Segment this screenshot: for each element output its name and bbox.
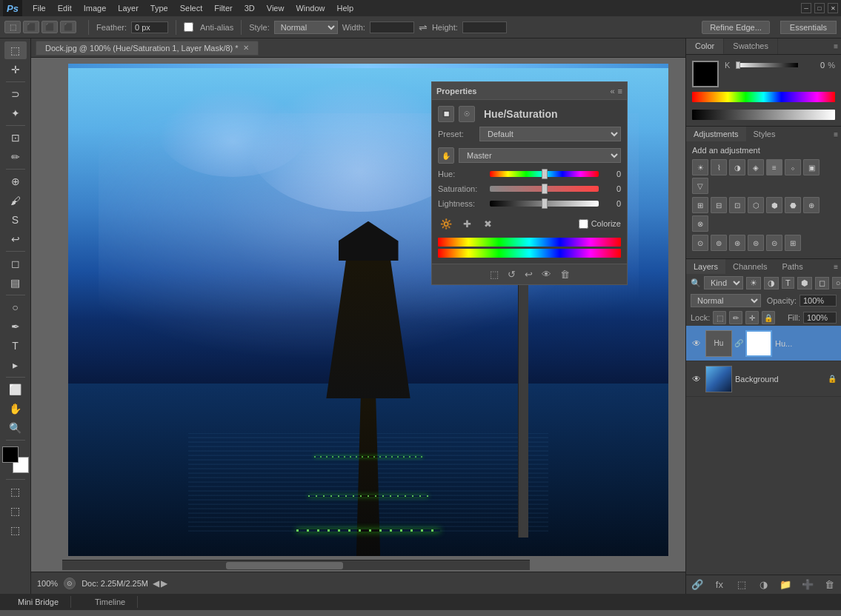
adj-curves[interactable]: ⌇	[711, 159, 727, 175]
hue-slider-container[interactable]	[490, 171, 599, 177]
tool-lasso[interactable]: ⊃	[4, 85, 27, 103]
tool-move[interactable]: ✛	[4, 61, 27, 78]
tool-gradient[interactable]: ▤	[4, 274, 27, 292]
adj-panel-menu[interactable]: ≡	[831, 127, 841, 141]
timeline-tab[interactable]: Timeline	[83, 596, 138, 608]
colorize-checkbox[interactable]	[579, 219, 588, 229]
refine-edge-btn[interactable]: Refine Edge...	[702, 21, 770, 34]
k-thumb[interactable]	[736, 61, 740, 69]
toggle-visibility-btn[interactable]: 👁	[542, 269, 551, 280]
adj-gradient-map[interactable]: ⬣	[785, 197, 801, 213]
tool-brush[interactable]: 🖌	[4, 192, 27, 210]
anti-alias-checkbox[interactable]	[184, 22, 193, 32]
adj-extra3[interactable]: ⊛	[729, 235, 745, 251]
sat-slider-container[interactable]	[490, 186, 599, 192]
tool-eyedropper[interactable]: ✏	[4, 148, 27, 166]
new-group-btn[interactable]: 📁	[779, 578, 792, 592]
menu-select[interactable]: Select	[174, 2, 209, 14]
layers-panel-menu[interactable]: ≡	[831, 259, 841, 274]
fill-input[interactable]	[803, 312, 837, 324]
layer-item-background[interactable]: 👁 Background 🔒	[686, 361, 841, 397]
layer-filter-btn1[interactable]: ☀	[746, 277, 761, 289]
tab-swatches[interactable]: Swatches	[724, 38, 778, 54]
lock-transparency-btn[interactable]: ⬚	[713, 311, 726, 324]
layer-visibility-1[interactable]: 👁	[691, 338, 702, 349]
eyedropper-btn2[interactable]: ✚	[459, 215, 475, 232]
adj-hue-sat[interactable]: ≡	[766, 159, 782, 175]
menu-filter[interactable]: Filter	[208, 2, 238, 14]
minimize-btn[interactable]: ─	[801, 3, 811, 13]
adj-extra6[interactable]: ⊞	[785, 235, 801, 251]
color-panel-menu[interactable]: ≡	[831, 38, 841, 54]
adj-color-bal[interactable]: ⬦	[785, 159, 801, 175]
tool-path-select[interactable]: ▸	[4, 356, 27, 374]
lock-image-btn[interactable]: ✏	[729, 311, 742, 324]
kind-select[interactable]: Kind	[704, 276, 743, 289]
menu-window[interactable]: Window	[290, 2, 330, 14]
maximize-btn[interactable]: □	[814, 3, 825, 13]
tool-shape[interactable]: ⬜	[4, 381, 27, 398]
sat-thumb[interactable]	[542, 184, 548, 194]
new-adj-btn[interactable]: ◑	[757, 578, 770, 592]
menu-layer[interactable]: Layer	[112, 2, 144, 14]
black-white-bar[interactable]	[692, 110, 835, 120]
tab-paths[interactable]: Paths	[775, 259, 811, 274]
adj-exposure[interactable]: ◑	[729, 159, 745, 175]
marquee-opt3[interactable]: ⬛	[41, 21, 58, 33]
menu-edit[interactable]: Edit	[52, 2, 78, 14]
link-layers-btn[interactable]: 🔗	[691, 578, 704, 592]
tab-channels[interactable]: Channels	[725, 259, 774, 274]
hand-tool-btn[interactable]: ✋	[438, 147, 454, 164]
prop-icon-adj[interactable]: ☉	[459, 106, 475, 122]
width-input[interactable]	[370, 21, 414, 33]
adj-threshold[interactable]: ⬢	[766, 197, 782, 213]
marquee-rect-btn[interactable]: ⬚	[4, 21, 21, 33]
nav-left-btn[interactable]: ◀	[153, 578, 159, 589]
tool-hand[interactable]: ✋	[4, 400, 27, 418]
style-select[interactable]: Normal Fixed Ratio Fixed Size	[274, 21, 338, 34]
nav-right-btn[interactable]: ▶	[161, 578, 167, 589]
tab-close-btn[interactable]: ✕	[243, 44, 249, 52]
tool-clone[interactable]: S	[4, 211, 27, 229]
prop-menu-btn[interactable]: ≡	[618, 87, 622, 96]
layer-filter-btn2[interactable]: ◑	[764, 277, 779, 289]
menu-3d[interactable]: 3D	[239, 2, 261, 14]
adj-brightness[interactable]: ☀	[692, 159, 708, 175]
menu-image[interactable]: Image	[78, 2, 113, 14]
h-scroll-thumb[interactable]	[226, 562, 343, 569]
menu-view[interactable]: View	[261, 2, 290, 14]
essentials-btn[interactable]: Essentials	[780, 21, 837, 34]
tool-dodge[interactable]: ○	[4, 298, 27, 316]
menu-type[interactable]: Type	[144, 2, 174, 14]
swap-icon[interactable]: ⇌	[419, 21, 428, 33]
horizontal-scrollbar[interactable]	[62, 560, 530, 570]
layer-filter-toggle[interactable]: ○	[832, 277, 841, 289]
tool-history-brush[interactable]: ↩	[4, 230, 27, 248]
prev-state-btn[interactable]: ↺	[508, 269, 516, 280]
foreground-color[interactable]	[2, 446, 19, 463]
document-tab[interactable]: Dock.jpg @ 100% (Hue/Saturation 1, Layer…	[36, 41, 259, 56]
new-layer-btn[interactable]: ➕	[801, 578, 814, 592]
marquee-opt4[interactable]: ⬛	[60, 21, 76, 33]
adj-invert[interactable]: ⊡	[729, 197, 745, 213]
light-slider-container[interactable]	[490, 201, 599, 207]
reset-btn[interactable]: ↩	[525, 269, 533, 280]
blend-mode-select[interactable]: Normal	[691, 294, 761, 307]
marquee-opt2[interactable]: ⬛	[23, 21, 39, 33]
adj-vibrance[interactable]: ◈	[748, 159, 764, 175]
add-mask-btn[interactable]: ⬚	[735, 578, 748, 592]
clip-to-layer-btn[interactable]: ⬚	[490, 269, 499, 280]
lock-position-btn[interactable]: ✛	[745, 311, 759, 324]
layer-filter-btn4[interactable]: ⬢	[797, 277, 812, 289]
delete-layer-btn[interactable]: 🗑	[823, 578, 837, 592]
hue-thumb[interactable]	[542, 169, 548, 179]
light-thumb[interactable]	[542, 198, 548, 209]
adj-color-lookup[interactable]: ⊟	[711, 197, 727, 213]
preset-select[interactable]: Default	[479, 127, 621, 141]
k-slider[interactable]	[736, 63, 798, 67]
tool-text[interactable]: T	[4, 337, 27, 355]
adj-posterize[interactable]: ⬡	[748, 197, 764, 213]
tool-eraser[interactable]: ◻	[4, 255, 27, 272]
menu-help[interactable]: Help	[331, 2, 360, 14]
adj-photo-filter[interactable]: ▽	[692, 178, 708, 194]
